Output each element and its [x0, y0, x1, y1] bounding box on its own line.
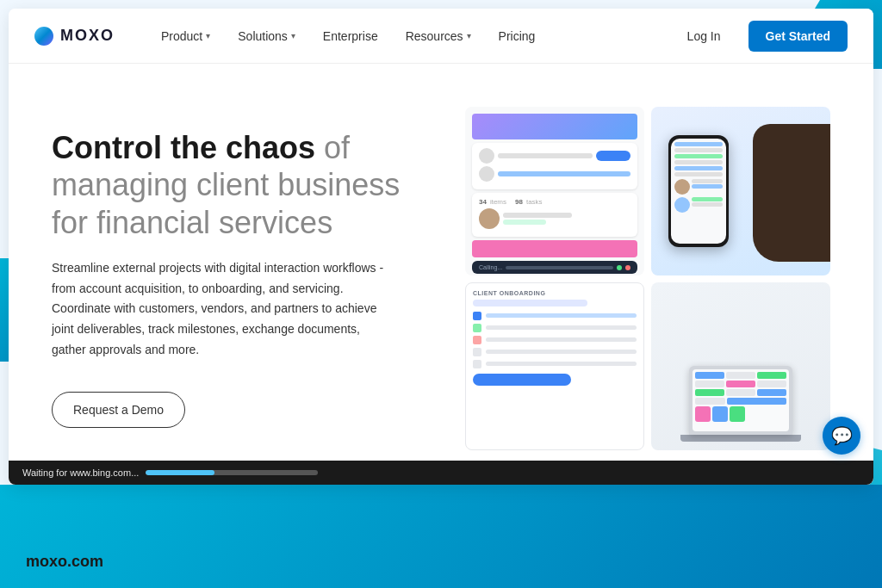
onboard-check: [473, 312, 481, 320]
login-button[interactable]: Log In: [674, 22, 735, 50]
nav-item-solutions[interactable]: Solutions ▾: [226, 22, 307, 50]
logo[interactable]: MOXO: [34, 27, 115, 46]
status-text: Waiting for www.bing.com...: [22, 467, 139, 478]
screen-line: [674, 142, 723, 146]
laptop-screen: [693, 369, 789, 431]
onboard-line: [486, 325, 637, 330]
laptop-cell: [757, 381, 786, 387]
laptop-cell: [695, 398, 725, 405]
onboard-row-2: [473, 324, 637, 332]
hero-description: Streamline external projects with digita…: [52, 258, 396, 361]
mock-header-gradient: [472, 114, 637, 139]
laptop-cell: [695, 389, 724, 396]
nav-item-enterprise[interactable]: Enterprise: [311, 22, 390, 50]
onboarding-label: CLIENT ONBOARDING: [473, 290, 637, 296]
laptop-cell: [726, 372, 755, 379]
laptop-base: [680, 435, 801, 442]
onboard-check: [473, 324, 481, 332]
nav-item-pricing[interactable]: Pricing: [487, 22, 548, 50]
get-started-button[interactable]: Get Started: [748, 21, 848, 52]
onboard-title-bar: [473, 300, 587, 306]
status-progress-fill: [146, 470, 214, 475]
laptop-row: [695, 381, 786, 387]
chat-button[interactable]: 💬: [823, 417, 860, 455]
status-progress-bar: [146, 470, 318, 475]
nav-links: Product ▾ Solutions ▾ Enterprise Resourc…: [149, 22, 674, 50]
mock-call-bar: Calling...: [472, 261, 637, 274]
mock-line: [498, 153, 593, 158]
onboard-check: [473, 336, 481, 344]
onboard-row-3: [473, 336, 637, 344]
screen-line: [674, 154, 723, 158]
hero-content: Control the chaos of managing client bus…: [52, 107, 431, 450]
dashboard-mockup: 34 items 98 tasks Calling: [465, 107, 644, 275]
onboard-check: [473, 348, 481, 356]
mock-accept-dot: [617, 265, 622, 270]
request-demo-button[interactable]: Request a Demo: [52, 392, 185, 428]
main-window: MOXO Product ▾ Solutions ▾ Enterprise Re…: [9, 9, 873, 485]
mock-call-line: [506, 266, 613, 269]
domain-text: moxo.com: [26, 553, 103, 570]
mock-line: [503, 213, 572, 218]
laptop-cell: [726, 389, 755, 396]
laptop-cell: [757, 372, 786, 379]
chevron-down-icon: ▾: [467, 31, 471, 40]
logo-text: MOXO: [60, 27, 115, 45]
chat-line: [692, 179, 723, 183]
nav-item-product[interactable]: Product ▾: [149, 22, 222, 50]
screen-line: [674, 166, 723, 170]
laptop-cell: [695, 381, 724, 387]
nav-actions: Log In Get Started: [674, 21, 848, 52]
mock-decline-dot: [625, 265, 630, 270]
mock-pink-bar: [472, 240, 637, 257]
mock-card-1: [472, 143, 637, 189]
phone-screen: [671, 139, 726, 244]
chat-icon: 💬: [831, 425, 853, 446]
mock-line: [503, 220, 546, 225]
chat-line: [692, 184, 723, 189]
phone-hand: [651, 107, 830, 275]
hero-title: Control the chaos of managing client bus…: [52, 129, 413, 241]
domain-label: moxo.com: [26, 553, 103, 571]
chat-avatar-2: [674, 197, 690, 213]
logo-icon: [34, 27, 53, 46]
bg-bottom-strip: [0, 485, 882, 588]
status-bar: Waiting for www.bing.com...: [9, 461, 873, 485]
hand-shape: [753, 124, 830, 262]
mock-card-2: 34 items 98 tasks: [472, 193, 637, 237]
onboard-line: [486, 337, 637, 342]
laptop-thumb: [730, 406, 745, 422]
laptop-cell: [727, 398, 786, 405]
laptop-mockup: [651, 282, 830, 451]
onboard-check: [473, 360, 481, 368]
hero-images: 34 items 98 tasks Calling: [465, 107, 830, 450]
laptop-thumb: [695, 406, 711, 422]
screen-line: [674, 172, 723, 176]
laptop-thumb: [712, 406, 728, 422]
nav-item-resources[interactable]: Resources ▾: [394, 22, 483, 50]
chevron-down-icon: ▾: [206, 31, 210, 40]
phone-hand-mockup: [651, 107, 830, 275]
onboard-row-4: [473, 348, 637, 356]
mock-line: [498, 171, 630, 176]
mock-button: [596, 151, 630, 161]
onboard-line: [486, 313, 637, 318]
screen-line: [674, 148, 723, 152]
laptop-row: [695, 372, 786, 379]
laptop-cell: [695, 372, 724, 379]
screen-line: [674, 160, 723, 164]
chat-line: [692, 202, 723, 207]
chat-avatar: [674, 179, 690, 195]
mock-avatar: [479, 148, 494, 164]
chevron-down-icon: ▾: [291, 31, 295, 40]
onboarding-mockup: CLIENT ONBOARDING: [465, 282, 644, 451]
laptop-row: [695, 398, 786, 405]
laptop-cell: [757, 389, 786, 396]
onboard-row-1: [473, 312, 637, 320]
onboard-line: [486, 362, 637, 366]
hero-section: Control the chaos of managing client bus…: [9, 64, 873, 485]
onboard-row-5: [473, 360, 637, 368]
onboard-line: [486, 350, 637, 354]
laptop-row: [695, 389, 786, 396]
navbar: MOXO Product ▾ Solutions ▾ Enterprise Re…: [9, 9, 873, 64]
